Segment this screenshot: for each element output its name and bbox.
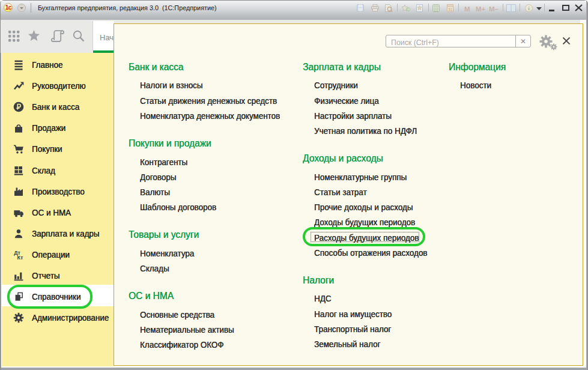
svg-text:Кт: Кт — [17, 255, 23, 261]
svg-text:31: 31 — [448, 7, 453, 11]
svg-text:1с: 1с — [5, 4, 12, 11]
